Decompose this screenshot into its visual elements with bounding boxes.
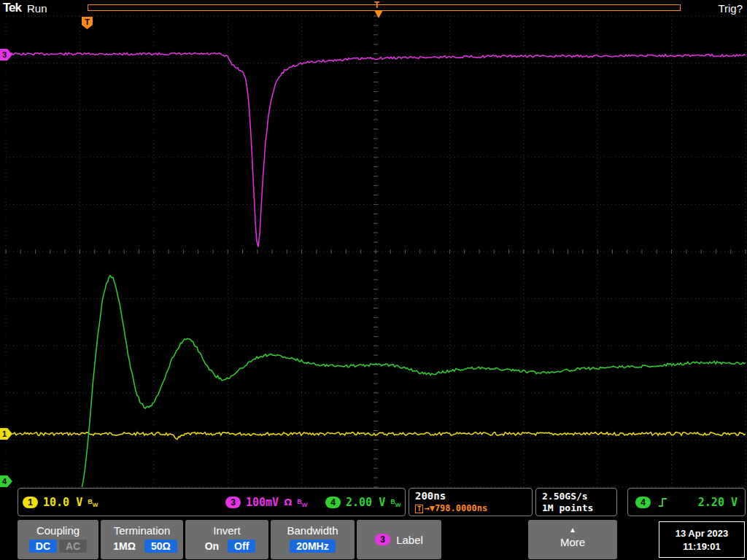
datetime-display: 13 Apr 2023 11:19:01 [659, 521, 745, 558]
invert-button[interactable]: Invert On Off [185, 520, 268, 559]
invert-off-option[interactable]: Off [228, 540, 255, 553]
timebase-readout: 200ns [415, 490, 526, 502]
bw-bottom: W [93, 502, 98, 508]
invert-title: Invert [185, 524, 268, 537]
termination-50ohm-option[interactable]: 50Ω [144, 540, 177, 553]
oscilloscope-screen: Tek Run Trig? T T 3 1 4 1 10.0 V BW 3 10… [0, 0, 747, 560]
trigger-level-readout: 2.20 V [698, 496, 738, 509]
sample-rate: 2.50GS/s [542, 491, 611, 502]
ch1-badge[interactable]: 1 [23, 497, 38, 508]
ch1-readout[interactable]: 1 10.0 V BW [23, 489, 98, 516]
label-button[interactable]: 3 Label [357, 520, 441, 559]
more-button[interactable]: ▲ More [528, 520, 617, 559]
acquisition-status: Run [27, 2, 47, 15]
ch3-bandwidth-limit-icon: BW [297, 496, 307, 509]
bandwidth-title: Bandwidth [271, 524, 355, 537]
invert-on-option[interactable]: On [198, 540, 225, 553]
ch4-badge[interactable]: 4 [325, 497, 341, 508]
trigger-readout-box[interactable]: 4 2.20 V [627, 488, 746, 516]
coupling-button[interactable]: Coupling DC AC [18, 520, 98, 559]
ch4-bandwidth-limit-icon: BW [390, 496, 400, 509]
trigger-status: Trig? [718, 2, 743, 15]
record-trigger-t-icon[interactable]: T [374, 0, 379, 10]
trigger-position-arrow-icon[interactable] [374, 10, 383, 18]
coupling-ac-option[interactable]: AC [59, 540, 87, 553]
ch3-badge[interactable]: 3 [225, 497, 241, 508]
termination-title: Termination [101, 524, 183, 537]
termination-1mohm-option[interactable]: 1MΩ [107, 540, 142, 553]
ch1-scale: 10.0 V [43, 496, 82, 509]
bw-bottom: W [395, 502, 401, 508]
arrow-glyph: → [424, 503, 429, 513]
marker-glyph: ▼ [430, 503, 435, 513]
record-length: 1M points [542, 502, 611, 514]
bandwidth-button[interactable]: Bandwidth 20MHz [271, 520, 355, 559]
bw-bottom: W [302, 502, 308, 508]
acquisition-readout-box[interactable]: 2.50GS/s 1M points [535, 488, 617, 516]
termination-button[interactable]: Termination 1MΩ 50Ω [101, 520, 183, 559]
horizontal-readout-box[interactable]: 200ns T→▼798.0000ns [409, 488, 533, 516]
ch3-scale: 100mV [246, 496, 279, 509]
rising-edge-slope-icon [658, 497, 667, 508]
channel-readouts-box[interactable]: 1 10.0 V BW 3 100mV Ω BW 4 2.00 V BW [18, 488, 406, 516]
more-title: More [528, 536, 617, 548]
ch3-readout[interactable]: 3 100mV Ω BW [225, 489, 307, 516]
time-text: 11:19:01 [659, 540, 744, 553]
ch4-scale: 2.00 V [346, 496, 385, 509]
coupling-title: Coupling [18, 524, 98, 537]
trigger-delay-readout: T→▼798.0000ns [415, 503, 526, 513]
trigger-delay-value: 798.0000ns [435, 503, 487, 513]
record-view-bar[interactable] [88, 4, 681, 11]
tek-logo: Tek [3, 1, 21, 15]
bandwidth-20mhz-option[interactable]: 20MHz [290, 540, 335, 553]
up-arrow-icon: ▲ [528, 526, 617, 534]
ch3-impedance-icon: Ω [284, 497, 292, 508]
trigger-source-badge: 4 [635, 497, 651, 508]
t-box-icon: T [415, 505, 423, 513]
coupling-dc-option[interactable]: DC [29, 540, 57, 553]
ch1-bandwidth-limit-icon: BW [88, 496, 98, 509]
date-text: 13 Apr 2023 [659, 527, 744, 540]
ch4-readout[interactable]: 4 2.00 V BW [325, 489, 400, 516]
label-title: Label [396, 534, 423, 546]
waveform-display [0, 0, 747, 560]
label-ch3-badge: 3 [375, 534, 390, 545]
